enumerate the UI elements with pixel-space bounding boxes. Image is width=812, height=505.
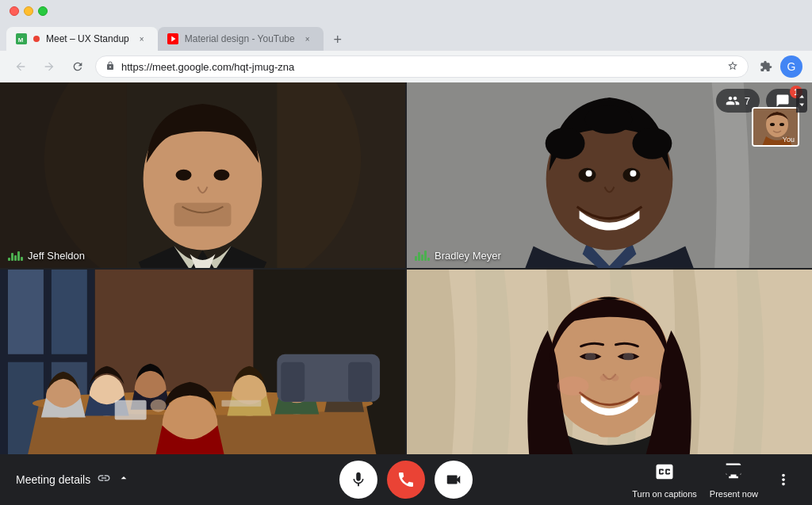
bookmark-icon[interactable]	[727, 60, 738, 74]
address-bar[interactable]: https://meet.google.com/hqt-jmug-zna	[95, 55, 749, 78]
recording-dot	[33, 36, 40, 42]
close-window-button[interactable]	[10, 6, 19, 16]
svg-point-52	[585, 352, 596, 360]
bradley-name: Bradley Meyer	[435, 250, 501, 262]
bradley-speaking-icon	[415, 250, 430, 261]
right-controls: Turn on captions Present now	[632, 461, 796, 499]
end-call-button[interactable]	[387, 461, 425, 499]
browser-chrome: M Meet – UX Standup × Material design - …	[0, 0, 812, 82]
jeff-label: Jeff Sheldon	[8, 250, 85, 262]
forward-button[interactable]	[38, 55, 60, 78]
bottom-toolbar: Meeting details	[0, 454, 812, 505]
meeting-details-label: Meeting details	[16, 473, 90, 486]
jeff-speaking-icon	[8, 250, 23, 261]
maximize-window-button[interactable]	[38, 6, 48, 16]
profile-avatar[interactable]: G	[780, 55, 802, 78]
svg-point-57	[630, 376, 661, 395]
tab-meet[interactable]: M Meet – UX Standup ×	[6, 27, 158, 51]
svg-point-16	[779, 123, 784, 126]
svg-rect-43	[221, 400, 261, 406]
svg-point-15	[770, 123, 775, 126]
svg-point-8	[176, 170, 192, 181]
svg-point-26	[630, 170, 636, 177]
people-count: 7	[745, 95, 750, 107]
video-cell-group	[0, 270, 405, 455]
tabs-bar: M Meet – UX Standup × Material design - …	[0, 22, 812, 51]
captions-label: Turn on captions	[632, 489, 697, 499]
video-cell-woman	[407, 270, 812, 455]
title-bar	[0, 0, 812, 22]
self-view: You	[752, 107, 799, 147]
security-icon	[105, 60, 115, 73]
meet-container: Jeff Sheldon 7 1	[0, 82, 812, 505]
svg-point-54	[600, 374, 608, 381]
present-button[interactable]: Present now	[710, 461, 758, 499]
meet-favicon: M	[16, 33, 27, 44]
extensions-icon[interactable]	[755, 55, 777, 78]
camera-button[interactable]	[435, 461, 473, 499]
self-view-more-button[interactable]	[796, 89, 807, 113]
svg-point-53	[622, 352, 634, 360]
url-text: https://meet.google.com/hqt-jmug-zna	[121, 61, 721, 73]
back-button[interactable]	[10, 55, 32, 78]
captions-button[interactable]: Turn on captions	[632, 461, 697, 499]
meet-tab-title: Meet – UX Standup	[46, 33, 129, 44]
close-youtube-tab-button[interactable]: ×	[301, 33, 314, 45]
svg-rect-29	[8, 270, 44, 354]
svg-text:M: M	[18, 36, 24, 44]
captions-icon	[653, 461, 676, 486]
mic-button[interactable]	[339, 461, 377, 499]
tab-youtube[interactable]: Material design - YouTube ×	[158, 27, 324, 51]
svg-point-20	[546, 128, 585, 159]
new-tab-button[interactable]: +	[327, 29, 349, 51]
top-right-controls: 7 1	[716, 89, 806, 113]
self-view-label: You	[783, 136, 795, 143]
traffic-lights	[10, 6, 48, 16]
svg-point-21	[632, 128, 672, 159]
jeff-name: Jeff Sheldon	[28, 250, 85, 262]
svg-rect-11	[0, 82, 127, 268]
svg-point-44	[151, 399, 167, 411]
svg-rect-47	[348, 362, 372, 401]
svg-rect-10	[174, 203, 232, 227]
video-cell-jeff: Jeff Sheldon	[0, 82, 405, 268]
close-meet-tab-button[interactable]: ×	[136, 33, 148, 45]
svg-point-9	[213, 170, 229, 181]
present-label: Present now	[710, 489, 758, 499]
youtube-tab-title: Material design - YouTube	[185, 33, 295, 44]
video-grid: Jeff Sheldon 7 1	[0, 82, 812, 454]
svg-rect-12	[277, 82, 405, 268]
svg-point-55	[611, 374, 619, 381]
center-controls	[339, 461, 473, 499]
svg-rect-30	[52, 270, 87, 354]
bradley-label: Bradley Meyer	[415, 250, 501, 262]
video-cell-bradley: 7 1	[407, 82, 812, 268]
expand-icon[interactable]	[117, 472, 130, 488]
meeting-details[interactable]: Meeting details	[16, 471, 130, 489]
nav-right-controls: G	[755, 55, 802, 78]
svg-point-25	[586, 170, 592, 177]
link-icon	[97, 471, 111, 489]
youtube-favicon	[167, 33, 178, 44]
more-options-button[interactable]	[771, 467, 796, 492]
present-icon	[722, 461, 745, 486]
nav-bar: https://meet.google.com/hqt-jmug-zna G	[0, 51, 812, 82]
svg-point-56	[557, 376, 589, 395]
svg-point-22	[585, 105, 633, 134]
svg-rect-42	[115, 400, 147, 419]
minimize-window-button[interactable]	[24, 6, 33, 16]
svg-rect-46	[281, 362, 304, 401]
refresh-button[interactable]	[67, 55, 89, 78]
